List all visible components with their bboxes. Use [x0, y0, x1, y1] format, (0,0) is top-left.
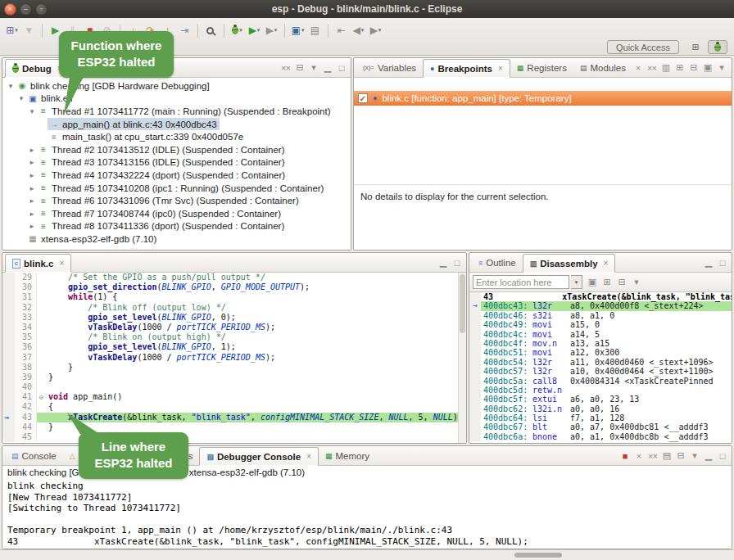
disassembly-row[interactable]: 400dbc57:l32ra10, 0x400d0464 <_stext+110…	[469, 367, 732, 376]
editor-line[interactable]: 33 gpio_set_level(BLINK_GPIO, 0);	[2, 313, 466, 323]
window-maximize-button[interactable]: ▫	[35, 3, 48, 16]
debug-tree-item[interactable]: ▸≡Thread #3 1073413156 (IDLE) (Suspended…	[2, 156, 351, 169]
debug-tree-item[interactable]: ▸≡Thread #5 1073410208 (ipc1 : Running) …	[2, 182, 351, 195]
editor-line[interactable]: 32 /* Blink off (output low) */	[2, 303, 466, 313]
link-with-active-debug-icon[interactable]: ⊟	[616, 277, 627, 287]
disassembly-row[interactable]: 400dbc62:l32i.na0, a0, 16	[469, 404, 732, 413]
console-output[interactable]: blink checking[New Thread 1073411772][Sw…	[2, 479, 732, 549]
debug-tree-item[interactable]: ▸≡Thread #8 1073411336 (dport) (Suspende…	[2, 220, 351, 233]
disassembly-row[interactable]: 400dbc6a:bnonea0, a1, 0x400dbc8b <__addd…	[469, 432, 732, 441]
tab-blink-c[interactable]: c blink.c ×	[5, 254, 71, 273]
minimize-icon[interactable]: ▁	[703, 450, 714, 461]
close-icon[interactable]: ×	[59, 259, 64, 268]
forward-button[interactable]: ▶▾	[367, 22, 384, 39]
build-button[interactable]: ▤	[306, 22, 324, 39]
fold-collapse-icon[interactable]: ⊖	[36, 392, 46, 402]
refresh-icon[interactable]: ⊞	[601, 277, 612, 287]
collapse-icon[interactable]: ▾	[16, 94, 26, 102]
editor-line[interactable]: 42{	[2, 402, 466, 412]
disassembly-row[interactable]: 400dbc4f:mov.na13, a15	[469, 339, 732, 348]
expand-icon[interactable]: ▸	[27, 146, 37, 154]
remove-all-breakpoints-icon[interactable]: ××	[646, 63, 657, 73]
display-selected-console-icon[interactable]: ▾	[689, 450, 700, 461]
external-tools-button[interactable]: ▶▾	[263, 22, 280, 39]
navigate-to-pc-icon[interactable]: ▣	[587, 277, 597, 287]
disassembly-row[interactable]: 400dbc51:movia12, 0x300	[469, 348, 732, 357]
clear-console-icon[interactable]: ▤	[661, 450, 672, 461]
last-edit-location-button[interactable]: ⇤	[333, 22, 350, 39]
disassembly-row[interactable]: 400dbc4c:movia14, 5	[469, 330, 732, 339]
collapse-icon[interactable]: ▾	[6, 82, 16, 90]
disassembly-row[interactable]: 400dbc5a:call80x40084314 <xTaskCreatePin…	[469, 377, 732, 386]
tab-disassembly[interactable]: ▥ Disassembly ×	[523, 254, 616, 273]
debug-tree-item[interactable]: ▸≡Thread #4 1073432224 (dport) (Suspende…	[2, 169, 351, 182]
editor-line[interactable]: 41⊖void app_main()	[2, 392, 466, 402]
debug-tree-item[interactable]: ≡main_task() at cpu_start.c:339 0x400d05…	[2, 130, 351, 143]
tab-memory[interactable]: ▦ Memory	[319, 446, 376, 465]
editor-line[interactable]: 44}	[2, 422, 466, 432]
debug-tree-item[interactable]: →app_main() at blink.c:43 0x400dbc43	[2, 118, 351, 131]
new-project-button[interactable]: ▣▾	[289, 22, 306, 39]
disassembly-menu-icon[interactable]: ▾	[631, 277, 641, 287]
editor-line[interactable]: 36 gpio_set_level(BLINK_GPIO, 1);	[2, 342, 466, 352]
window-minimize-button[interactable]: –	[20, 3, 32, 16]
minimize-icon[interactable]: ▁	[703, 257, 714, 268]
tab-outline[interactable]: ≡ Outline	[472, 253, 523, 272]
remove-all-launches-icon[interactable]: ××	[647, 451, 658, 461]
debug-tree-item[interactable]: ▸≡Thread #2 1073413512 (IDLE) (Suspended…	[2, 143, 351, 156]
expand-icon[interactable]: ▸	[27, 210, 37, 218]
dropdown-arrow-icon[interactable]: ▾	[361, 27, 365, 34]
tab-console[interactable]: ▤ Console	[5, 446, 63, 465]
dropdown-arrow-icon[interactable]: ▾	[257, 27, 261, 34]
disassembly-row[interactable]: →400dbc43:l32ra8, 0x400d00f8 <_stext+224…	[469, 301, 732, 310]
editor-line[interactable]: 35 /* Blink on (output high) */	[2, 332, 466, 342]
dropdown-arrow-icon[interactable]: ▾	[274, 27, 278, 34]
expand-all-icon[interactable]: ⊞	[674, 62, 685, 73]
debug-tree-item[interactable]: ▾▣blink.elf	[2, 93, 351, 106]
run-button[interactable]: ▶▾	[246, 22, 263, 39]
terminate-icon[interactable]: ■	[619, 451, 630, 461]
maximize-icon[interactable]: □	[717, 258, 727, 268]
expand-icon[interactable]: ▸	[27, 158, 37, 166]
tab-registers[interactable]: ▦ Registers	[510, 58, 573, 77]
expand-icon[interactable]: ▸	[27, 196, 37, 205]
location-dropdown-icon[interactable]: ▾	[571, 275, 582, 289]
save-button[interactable]: ▼	[20, 22, 38, 39]
close-icon[interactable]: ×	[498, 64, 503, 73]
breakpoint-row[interactable]: ✓ ● blink.c [function: app_main] [type: …	[354, 91, 732, 106]
show-breakpoints-for-selection-icon[interactable]: ▥	[660, 62, 671, 73]
editor-line[interactable]: 31 while(1) {	[2, 292, 466, 302]
quick-access-button[interactable]: Quick Access	[607, 40, 679, 54]
collapse-all-icon[interactable]: ⊟	[688, 62, 699, 73]
remove-launch-icon[interactable]: ×	[633, 451, 644, 461]
breakpoint-checkbox[interactable]: ✓	[358, 93, 368, 103]
search-button[interactable]	[202, 22, 220, 39]
editor-line[interactable]: 37 vTaskDelay(1000 / portTICK_PERIOD_MS)…	[2, 353, 466, 363]
tab-modules[interactable]: ▤ Modules	[573, 58, 632, 77]
debug-button[interactable]: ▾	[229, 22, 246, 39]
tab-debugger-console[interactable]: ▤ Debugger Console ×	[199, 447, 319, 466]
editor-scrollbar[interactable]	[458, 273, 466, 443]
remove-breakpoint-icon[interactable]: ×	[632, 63, 643, 73]
dropdown-arrow-icon[interactable]: ▾	[301, 27, 305, 34]
editor-line[interactable]: 40	[2, 382, 466, 392]
minimize-icon[interactable]: ▁	[730, 62, 732, 73]
tab-breakpoints[interactable]: ● Breakpoints ×	[423, 59, 510, 78]
instruction-stepping-button[interactable]: ⇥	[176, 22, 193, 39]
debug-tree-item[interactable]: ▸≡Thread #6 1073431096 (Tmr Svc) (Suspen…	[2, 194, 351, 207]
dropdown-arrow-icon[interactable]: ▾	[15, 27, 18, 34]
view-menu-icon[interactable]: ▾	[308, 62, 319, 73]
disassembly-row[interactable]: 400dbc54:l32ra11, 0x400d0460 <_stext+109…	[469, 358, 732, 367]
tab-variables[interactable]: (x)= Variables	[356, 58, 423, 77]
new-button[interactable]: ⊞▾	[3, 22, 20, 39]
expand-icon[interactable]: ▸	[27, 184, 37, 192]
disassembly-row[interactable]: 400dbc67:blta0, a7, 0x400dbc81 <__adddf3	[469, 422, 732, 431]
debug-tree-item[interactable]: ▦xtensa-esp32-elf-gdb (7.10)	[2, 233, 351, 246]
editor-line[interactable]: 34 vTaskDelay(1000 / portTICK_PERIOD_MS)…	[2, 323, 466, 332]
editor-line[interactable]: 29 /* Set the GPIO as a push/pull output…	[2, 273, 466, 282]
editor-line[interactable]: 38 }	[2, 363, 466, 373]
open-perspective-icon[interactable]: ⊞	[686, 40, 705, 54]
debug-tree-item[interactable]: ▾◉blink checking [GDB Hardware Debugging…	[2, 79, 351, 93]
disassembly-row[interactable]: 400dbc49:movia15, 0	[469, 320, 732, 329]
maximize-icon[interactable]: □	[336, 63, 347, 73]
